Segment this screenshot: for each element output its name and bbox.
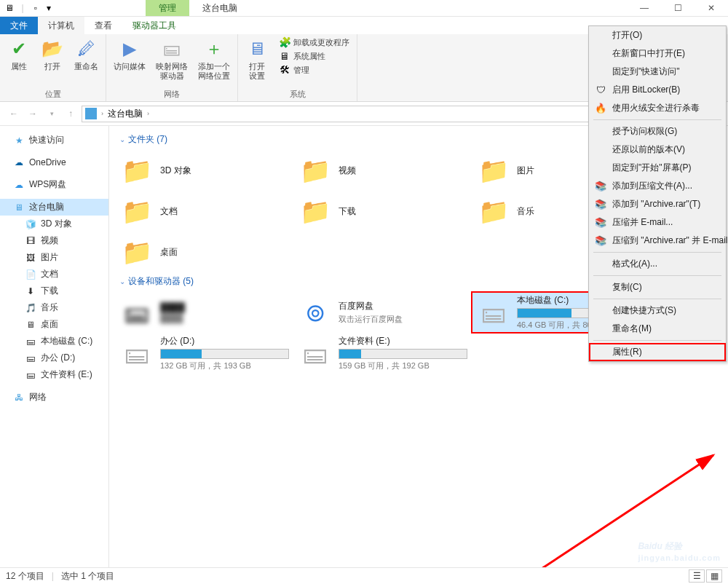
menu-item[interactable]: 固定到"开始"屏幕(P) [589, 159, 726, 177]
btn-rename[interactable]: 🖉重命名 [71, 36, 101, 73]
menu-item-icon: 📚 [595, 217, 606, 229]
folder-item[interactable]: 📁视频 [293, 150, 472, 191]
label: 视频 [41, 234, 58, 247]
sidebar-item-child[interactable]: 🎞视频 [0, 232, 108, 249]
drive-name: 办公 (D:) [160, 335, 289, 347]
item-icon: 📄 [25, 269, 36, 280]
sidebar-item-network[interactable]: 🖧网络 [0, 389, 108, 406]
menu-item-label: 添加到 "Archive.rar"(T) [612, 198, 700, 210]
sidebar-item-child[interactable]: 🧊3D 对象 [0, 216, 108, 232]
folder-item[interactable]: 📁桌面 [115, 232, 293, 272]
btn-add-network-location[interactable]: ＋添加一个 网络位置 [195, 36, 233, 82]
drive-item[interactable]: 🖴文件资料 (E:)159 GB 可用，共 192 GB [293, 333, 472, 374]
menu-item[interactable]: 重命名(M) [589, 320, 726, 338]
menu-item[interactable]: 打开(O) [589, 26, 726, 44]
tab-drive-tools[interactable]: 驱动器工具 [122, 17, 186, 34]
nav-up[interactable]: ↑ [63, 106, 79, 122]
breadcrumb-item[interactable]: 这台电脑 [108, 108, 143, 120]
menu-item-label: 还原以前的版本(V) [612, 143, 685, 156]
item-icon: 🖴 [25, 369, 36, 381]
label: 下载 [41, 285, 58, 297]
maximize-button[interactable]: ☐ [661, 0, 695, 17]
menu-item-label: 格式化(A)... [612, 258, 657, 270]
sidebar-item-quick-access[interactable]: ★快速访问 [0, 132, 108, 149]
folder-name: 3D 对象 [160, 165, 289, 177]
menu-item-icon: 🔥 [595, 103, 606, 114]
menu-item[interactable]: 固定到"快速访问" [589, 63, 726, 81]
tab-computer[interactable]: 计算机 [38, 17, 84, 34]
btn-uninstall[interactable]: 🧩卸载或更改程序 [276, 36, 352, 49]
btn-map-drive[interactable]: 🖴映射网络 驱动器 [153, 36, 191, 82]
item-icon: 🖴 [25, 336, 36, 347]
window-title: 这台电脑 [189, 2, 250, 15]
menu-item[interactable]: 复制(C) [589, 278, 726, 296]
menu-item-label: 属性(R) [612, 346, 642, 358]
drive-item[interactable]: 🖴办公 (D:)132 GB 可用，共 193 GB [115, 333, 293, 374]
breadcrumb-separator[interactable]: › [101, 110, 103, 117]
menu-item[interactable]: 授予访问权限(G) [589, 122, 726, 141]
folder-item[interactable]: 📁文档 [115, 191, 293, 232]
drive-free: 159 GB 可用，共 192 GB [339, 360, 467, 371]
menu-item-icon [595, 347, 606, 358]
menu-item[interactable]: 格式化(A)... [589, 255, 726, 273]
nav-forward[interactable]: → [25, 106, 41, 122]
status-bar: 12 个项目 | 选中 1 个项目 ☰ ▦ [0, 567, 728, 584]
btn-system-properties[interactable]: 🖥系统属性 [276, 50, 352, 63]
nav-back[interactable]: ← [6, 106, 22, 122]
menu-item-label: 固定到"开始"屏幕(P) [612, 162, 692, 174]
drive-item[interactable]: ⊚百度网盘双击运行百度网盘 [293, 292, 472, 333]
tab-file[interactable]: 文件 [0, 17, 38, 34]
btn-properties[interactable]: ✔属性 [4, 36, 33, 73]
menu-item[interactable]: 🔥使用火绒安全进行杀毒 [589, 99, 726, 117]
btn-access-media[interactable]: ▶访问媒体 [111, 36, 149, 73]
capacity-bar [339, 349, 467, 359]
tab-view[interactable]: 查看 [84, 17, 122, 34]
sidebar-item-wps[interactable]: ☁WPS网盘 [0, 176, 108, 193]
menu-item[interactable]: 📚添加到压缩文件(A)... [589, 177, 726, 195]
folder-icon[interactable]: ▫ [31, 3, 41, 13]
folder-icon: 📁 [119, 236, 154, 268]
label: 卸载或更改程序 [293, 38, 349, 47]
status-item-count: 12 个项目 [6, 570, 44, 583]
drive-item[interactable]: 🖴████████ [115, 292, 293, 333]
label: 文件资料 (E:) [41, 368, 92, 381]
view-icons-button[interactable]: ▦ [706, 569, 722, 583]
btn-open-settings[interactable]: 🖥打开 设置 [242, 36, 272, 82]
menu-item[interactable]: 还原以前的版本(V) [589, 141, 726, 159]
btn-open[interactable]: 📂打开 [38, 36, 67, 73]
menu-item[interactable]: 创建快捷方式(S) [589, 301, 726, 320]
sidebar-item-child[interactable]: 🖴文件资料 (E:) [0, 366, 108, 383]
sidebar-item-onedrive[interactable]: ☁OneDrive [0, 154, 108, 170]
sidebar-item-child[interactable]: 🖴本地磁盘 (C:) [0, 333, 108, 350]
sidebar-item-child[interactable]: ⬇下载 [0, 283, 108, 299]
menu-item[interactable]: 🛡启用 BitLocker(B) [589, 81, 726, 99]
close-button[interactable]: ✕ [695, 0, 728, 17]
folder-item[interactable]: 📁3D 对象 [115, 150, 293, 191]
label: 重命名 [74, 62, 98, 71]
menu-item-label: 压缩并 E-mail... [612, 216, 673, 229]
sidebar-item-child[interactable]: 🖴办公 (D:) [0, 350, 108, 366]
folder-item[interactable]: 📁下载 [293, 191, 472, 232]
ribbon-group-network: ▶访问媒体 🖴映射网络 驱动器 ＋添加一个 网络位置 网络 [106, 34, 238, 101]
menu-item[interactable]: 属性(R) [589, 343, 726, 361]
menu-item[interactable]: 📚压缩并 E-mail... [589, 213, 726, 232]
breadcrumb-separator[interactable]: › [147, 110, 149, 117]
qat-dropdown[interactable]: ▾ [44, 3, 54, 13]
sidebar-item-child[interactable]: 🎵音乐 [0, 299, 108, 316]
sidebar-item-thispc[interactable]: 🖥这台电脑 [0, 199, 108, 216]
menu-item-label: 在新窗口中打开(E) [612, 47, 685, 60]
menu-item[interactable]: 📚添加到 "Archive.rar"(T) [589, 195, 726, 213]
btn-manage[interactable]: 🛠管理 [276, 63, 352, 76]
sidebar-item-child[interactable]: 📄文档 [0, 266, 108, 283]
minimize-button[interactable]: — [628, 0, 661, 17]
nav-history-dropdown[interactable]: ▾ [44, 106, 60, 122]
sidebar-item-child[interactable]: 🖼图片 [0, 249, 108, 266]
label: 打开 [44, 62, 60, 71]
menu-item[interactable]: 在新窗口中打开(E) [589, 44, 726, 63]
label: 文档 [41, 268, 58, 280]
menu-item-label: 复制(C) [612, 281, 642, 293]
menu-item[interactable]: 📚压缩到 "Archive.rar" 并 E-mail [589, 232, 726, 250]
contextual-tab-manage[interactable]: 管理 [146, 0, 189, 16]
view-details-button[interactable]: ☰ [689, 569, 705, 583]
sidebar-item-child[interactable]: 🖥桌面 [0, 316, 108, 333]
